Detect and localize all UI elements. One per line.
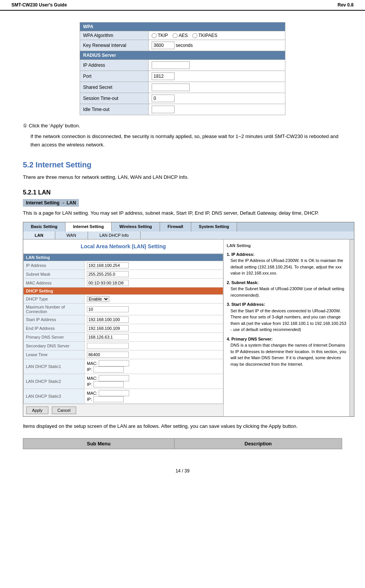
static1-label: LAN DHCP Static1 [24,359,85,374]
right-item-3: 3. Start IP Address: Set the Start IP of… [227,301,346,333]
ip-address-cell [149,60,285,71]
subtab-lan[interactable]: LAN [23,231,55,239]
dhcp-type-value: Enable Disable [85,295,223,304]
static3-values: MAC: IP: [85,389,223,404]
end-ip-label: End IP Address [24,324,85,333]
browser-right-panel: LAN Setting 1. IP Address: Set the IP Ad… [224,239,354,416]
static3-ip-input[interactable] [93,396,124,402]
lease-time-value [85,350,223,359]
col-header-description: Description [174,439,342,449]
tab-system-setting[interactable]: System Setting [191,222,237,231]
tab-wireless-setting[interactable]: Wireless Setting [112,222,160,231]
browser-left-panel: Local Area Network (LAN) Setting LAN Set… [23,239,224,416]
tab-firewall[interactable]: Firewall [160,222,191,231]
tkip-radio[interactable] [152,33,157,38]
radius-header: RADIUS Server [80,51,285,60]
shared-secret-cell [149,82,285,93]
secondary-dns-input[interactable] [87,343,129,349]
right-panel-title: LAN Setting [227,243,346,249]
section-521-title: 5.2.1 LAN [23,189,342,196]
idle-timeout-cell [149,104,285,115]
key-renewal-value-cell: seconds [149,40,285,51]
shared-secret-input[interactable] [152,84,190,91]
aes-radio[interactable] [173,33,178,38]
lan-subnet-value [85,270,223,279]
start-ip-value [85,315,223,324]
key-renewal-label: Key Renewal Interval [80,40,149,51]
right-panel-content: LAN Setting 1. IP Address: Set the IP Ad… [224,239,349,416]
static1-ip-input[interactable] [93,366,124,373]
subtab-lan-dhcp-info[interactable]: LAN DHCP Info [88,231,141,239]
ip-address-label: IP Address [80,60,149,71]
lan-ip-label: IP Address [24,261,85,270]
primary-dns-input[interactable] [87,334,129,340]
col-header-submenu: Sub Menu [23,439,174,449]
section-52-title: 5.2 Internet Setting [23,161,342,169]
tkipaes-option[interactable]: TKIPAES [192,33,218,38]
static3-mac-input[interactable] [99,390,129,396]
lan-mac-input[interactable] [87,280,129,286]
idle-timeout-input[interactable] [152,106,174,113]
lan-setting-title: Local Area Network (LAN) Setting [23,239,223,254]
right-item-2: 2. Subnet Mask: Set the Subnet Mask of U… [227,280,346,299]
lan-mac-value [85,279,223,288]
primary-dns-value [85,333,223,342]
static1-mac-input[interactable] [99,360,129,366]
dhcp-setting-header: DHCP Setting [24,288,223,295]
max-conn-input[interactable] [87,306,129,312]
lan-ip-value [85,261,223,270]
aes-option[interactable]: AES [173,33,188,38]
static3-label: LAN DHCP Static3 [24,389,85,404]
page-header: SMT-CW230 User's Guide Rev 0.8 [0,0,365,11]
apply-button[interactable]: Apply [26,406,48,414]
header-left: SMT-CW230 User's Guide [11,2,67,8]
section-52-intro: There are three menus for network settin… [23,173,342,182]
session-timeout-input[interactable] [152,95,174,102]
primary-dns-label: Primary DNS Server [24,333,85,342]
tkipaes-radio[interactable] [192,33,197,38]
tab-internet-setting[interactable]: Internet Setting [66,222,112,231]
static2-mac-input[interactable] [99,375,129,381]
footer-text: 14 / 39 [176,468,190,474]
breadcrumb: Internet Setting → LAN [23,199,79,207]
dhcp-type-label: DHCP Type [24,295,85,304]
items-note: Items displayed on the setup screen of t… [23,422,342,431]
lan-inner-table: LAN Setting IP Address Subnet Mask [23,254,223,404]
session-timeout-label: Session Time-out [80,93,149,104]
secondary-dns-value [85,342,223,350]
subtab-wan[interactable]: WAN [55,231,88,239]
static2-label: LAN DHCP Static2 [24,374,85,389]
sub-tabs: LAN WAN LAN DHCP Info [23,231,354,239]
button-row: Apply Cancel [23,404,223,416]
wpa-algorithm-label: WPA Algorithm [80,31,149,40]
lan-ip-input[interactable] [87,262,129,268]
tkip-option[interactable]: TKIP [152,33,168,38]
cancel-button[interactable]: Cancel [52,406,76,414]
step10-detail: If the network connection is disconnecte… [30,132,342,149]
wpa-algorithm-options: TKIP AES TKIPAES [149,31,285,40]
key-renewal-input[interactable] [152,42,174,49]
key-renewal-unit: seconds [176,43,193,48]
tab-basic-setting[interactable]: Basic Setting [23,222,66,231]
port-input[interactable] [152,72,174,80]
end-ip-input[interactable] [87,325,129,331]
lan-subnet-input[interactable] [87,271,129,277]
right-item-4: 4. Primary DNS Server: DNS is a system t… [227,336,346,368]
lan-setting-header: LAN Setting [24,254,223,261]
ip-address-input[interactable] [152,61,190,69]
section-521-desc: This is a page for LAN setting. You may … [23,209,342,217]
lease-time-input[interactable] [87,352,129,358]
static2-values: MAC: IP: [85,374,223,389]
static2-ip-input[interactable] [93,381,124,387]
dhcp-type-select[interactable]: Enable Disable [87,296,109,302]
idle-timeout-label: Idle Time-out [80,104,149,115]
step10-prefix: ① Click the ‘Apply’ button. [23,122,342,130]
secondary-dns-label: Secondary DNS Server [24,342,85,350]
max-conn-label: Maximum Number of Connection [24,304,85,315]
shared-secret-label: Shared Secret [80,82,149,93]
port-label: Port [80,71,149,82]
scrollbar[interactable] [349,239,354,416]
lease-time-label: Lease Time [24,350,85,359]
start-ip-input[interactable] [87,316,129,323]
bottom-table: Sub Menu Description [23,438,342,449]
